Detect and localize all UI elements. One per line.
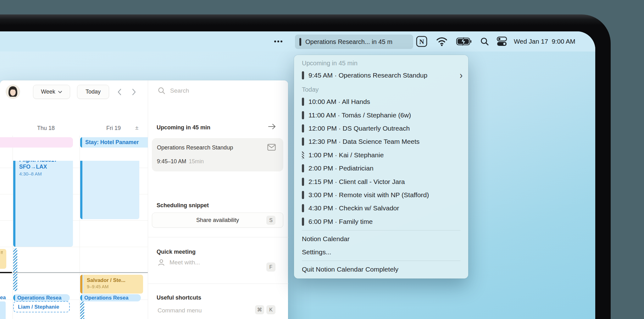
event-operations-research-fri[interactable]: Operations Resea [80, 294, 141, 301]
shortcut-key-f: F [266, 262, 275, 272]
menu-item-event[interactable]: 2:00 PM · Pediatrician [294, 162, 468, 175]
menu-item-settings[interactable]: Settings... [294, 246, 468, 259]
hatched-event-strip[interactable] [13, 248, 17, 291]
menu-item-label: 3:00 PM · Remote visit with NP (Stafford… [308, 191, 429, 199]
battery-charging-icon[interactable] [456, 31, 472, 51]
event-fragment-blue[interactable] [0, 301, 6, 319]
quick-meeting-section-header: Quick meeting [157, 249, 196, 255]
event-color-indicator [302, 204, 304, 212]
event-time: 9–9:45 AM [87, 284, 143, 289]
search-input[interactable] [170, 87, 258, 94]
event-color-indicator [302, 191, 304, 199]
share-availability-label: Share availability [196, 217, 239, 224]
current-time-line [13, 272, 148, 273]
next-week-button[interactable] [130, 88, 138, 96]
hatched-event-strip[interactable] [80, 301, 84, 319]
allday-event-pink[interactable] [0, 137, 73, 148]
menu-bar-clock[interactable]: Wed Jan 17 9:00 AM [514, 31, 575, 51]
today-events-list: 10:00 AM · All Hands 11:00 AM · Tomás / … [294, 95, 468, 228]
day-header-thu[interactable]: Thu 18 [26, 125, 66, 132]
laptop-bezel: Operations Research... in 45 m N [0, 14, 611, 319]
day-header-fri[interactable]: Fri 19 [93, 125, 134, 132]
menu-item-event[interactable]: 6:00 PM · Family time [294, 215, 468, 228]
event-color-indicator [299, 38, 301, 46]
menu-item-event[interactable]: 11:00 AM · Tomás / Stephanie (6w) [294, 108, 468, 122]
event-fragment-yellow[interactable]: ff [0, 249, 6, 269]
grid-hour-line [0, 273, 148, 273]
spotlight-search-icon[interactable] [480, 31, 489, 51]
event-color-indicator [302, 151, 304, 159]
notion-calendar-status-item[interactable]: Operations Research... in 45 m [295, 35, 413, 49]
menu-item-notion-calendar[interactable]: Notion Calendar [294, 232, 468, 246]
search-icon [158, 87, 166, 95]
menu-item-label: 4:30 PM · Checkin w/ Salvador [308, 204, 399, 212]
macos-menu-bar: Operations Research... in 45 m N [0, 31, 595, 51]
chevron-right-icon: › [460, 70, 463, 80]
event-card-time: 9:45–10 AM15min [157, 158, 204, 165]
event-color-indicator [302, 218, 304, 226]
shortcut-key-k: K [266, 305, 275, 314]
event-time: 4:30–8 AM [19, 171, 73, 177]
allday-event-label: Stay: Hotel Panamer [85, 139, 139, 146]
notion-app-icon[interactable]: N [416, 31, 428, 51]
upcoming-header: Upcoming in 45 min [294, 58, 468, 68]
event-salvador[interactable]: Salvador / Ste... 9–9:45 AM [80, 275, 143, 294]
divider [148, 284, 288, 284]
menu-bar-overflow-icon[interactable] [274, 31, 282, 51]
view-selector-label: Week [41, 89, 55, 95]
menu-item-label: 2:15 PM · Client call - Victor Jara [308, 178, 405, 186]
menu-item-label: 2:00 PM · Pediatrician [308, 165, 374, 172]
event-color-indicator [302, 111, 304, 119]
arrow-right-icon[interactable] [268, 123, 276, 131]
menu-item-event[interactable]: 12:30 PM · Data Science Team Meets [294, 135, 468, 148]
menu-item-label: 1:00 PM · Kai / Stephanie [308, 151, 384, 159]
meet-with-input[interactable] [169, 259, 258, 266]
event-card-title: Operations Research Standup [157, 144, 233, 151]
notion-calendar-menu-dropdown: Upcoming in 45 min 9:45 AM · Operations … [294, 55, 468, 278]
menu-item-event[interactable]: 2:15 PM · Client call - Victor Jara [294, 175, 468, 188]
event-untitled-blue[interactable] [80, 161, 139, 219]
svg-text:N: N [419, 38, 424, 46]
event-route: SFO→LAX [19, 163, 73, 170]
person-icon [158, 259, 165, 266]
menu-item-event[interactable]: 1:00 PM · Kai / Stephanie [294, 149, 468, 162]
menu-item-event[interactable]: 10:00 AM · All Hands [294, 95, 468, 108]
control-center-icon[interactable] [496, 31, 508, 51]
week-grid[interactable]: Flight: AS3517 SFO→LAX 4:30–8 AM Salvado… [0, 161, 148, 319]
share-availability-button[interactable]: Share availability S [152, 213, 283, 228]
email-icon[interactable] [267, 144, 276, 151]
menu-item-upcoming-event[interactable]: 9:45 AM · Operations Research Standup › [294, 68, 468, 83]
desktop-stage: Operations Research... in 45 m N [0, 0, 644, 319]
search-row[interactable] [158, 87, 258, 95]
menu-item-label: 12:00 PM · DS Quarterly Outreach [308, 125, 410, 132]
event-color-indicator [302, 164, 304, 172]
timezone-adjust-icon[interactable]: ± [135, 124, 138, 131]
status-item-label: Operations Research... in 45 m [305, 38, 392, 46]
allday-event-stay[interactable]: Stay: Hotel Panamer [80, 137, 148, 148]
menu-item-label: 6:00 PM · Family time [308, 218, 373, 225]
screen: Operations Research... in 45 m N [0, 31, 595, 319]
event-title: Salvador / Ste... [87, 277, 143, 283]
meet-with-row[interactable] [158, 259, 258, 266]
chevron-down-icon [58, 90, 62, 94]
scheduling-section-header: Scheduling snippet [157, 202, 209, 209]
event-flight[interactable]: Flight: AS3517 SFO→LAX 4:30–8 AM [13, 161, 73, 247]
view-selector-button[interactable]: Week [33, 85, 70, 99]
menu-item-event[interactable]: 3:00 PM · Remote visit with NP (Stafford… [294, 188, 468, 202]
menu-item-event[interactable]: 12:00 PM · DS Quarterly Outreach [294, 122, 468, 135]
menu-item-quit[interactable]: Quit Notion Calendar Completely [294, 263, 468, 276]
today-button[interactable]: Today [77, 85, 109, 99]
today-header: Today [294, 83, 468, 95]
menu-item-label: 10:00 AM · All Hands [308, 98, 370, 105]
event-liam-stephanie-tentative[interactable]: Liam / Stephanie [13, 301, 70, 312]
menu-divider [302, 261, 460, 261]
upcoming-event-card[interactable]: Operations Research Standup 9:45–10 AM15… [152, 138, 283, 171]
event-title: Liam / Stephanie [18, 304, 59, 310]
event-operations-research-thu[interactable]: Operations Resea [13, 294, 70, 301]
menu-item-label: 9:45 AM · Operations Research Standup [308, 72, 427, 79]
menu-item-label: 12:30 PM · Data Science Team Meets [308, 138, 419, 145]
menu-item-event[interactable]: 4:30 PM · Checkin w/ Salvador [294, 202, 468, 215]
avatar[interactable] [6, 85, 20, 99]
previous-week-button[interactable] [116, 88, 124, 96]
wifi-icon[interactable] [436, 31, 448, 51]
